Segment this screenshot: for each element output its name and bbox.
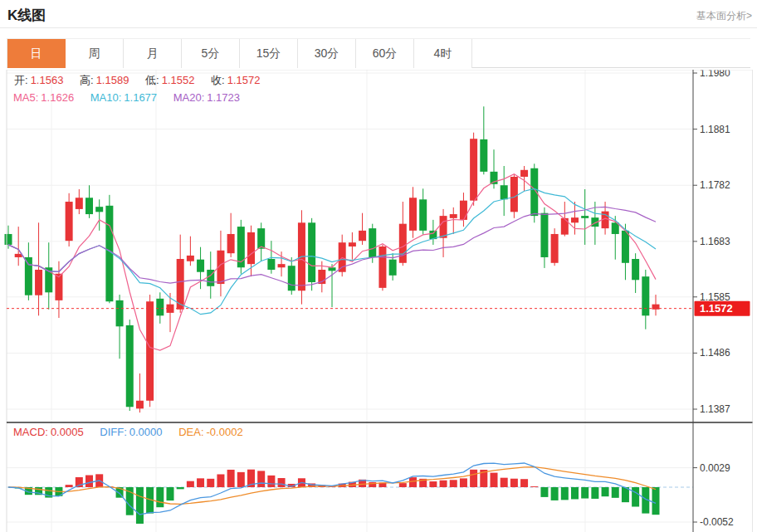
current-price-text: 1.1572	[700, 302, 733, 315]
macd-bar	[571, 487, 579, 499]
macd-bar	[491, 473, 498, 487]
candle	[5, 234, 12, 245]
candle	[116, 300, 124, 326]
title-divider	[0, 27, 757, 28]
kline-chart[interactable]: 1.19801.18811.17821.16831.15851.14861.13…	[0, 70, 757, 532]
macd-bar	[561, 487, 569, 500]
macd-bar	[207, 479, 214, 487]
candle	[480, 139, 487, 172]
candle	[581, 216, 589, 218]
tab-4时[interactable]: 4时	[414, 39, 472, 68]
candle	[95, 207, 103, 212]
macd-bar	[530, 486, 538, 487]
candle	[126, 325, 134, 407]
high-value: 1.1589	[96, 74, 129, 86]
candle	[278, 264, 286, 267]
candle	[470, 139, 477, 200]
macd-axis-label: 0.0029	[700, 462, 730, 474]
macd-bar	[136, 487, 144, 524]
macd-bar	[440, 481, 447, 487]
candle	[66, 202, 73, 241]
macd-bar	[237, 472, 245, 487]
dea-label: DEA:	[178, 426, 203, 438]
diff-value: 0.0000	[129, 426, 163, 438]
candle	[520, 170, 528, 177]
macd-bar	[267, 476, 275, 487]
candle	[76, 198, 83, 209]
candle	[409, 198, 417, 231]
candle	[257, 228, 265, 249]
macd-bar	[399, 483, 407, 487]
ma20-value: 1.1723	[207, 91, 240, 104]
ma5-label: MA5:	[13, 91, 38, 104]
candle	[551, 234, 559, 263]
candle	[501, 185, 508, 199]
ma5-value: 1.1626	[41, 91, 74, 104]
candle	[227, 234, 235, 253]
candle	[530, 168, 538, 216]
macd-bar	[187, 481, 194, 487]
macd-bar	[540, 487, 548, 497]
macd-axis-label: -0.0052	[700, 516, 734, 528]
macd-layer	[8, 463, 660, 524]
ma20-label: MA20:	[173, 91, 205, 104]
candle	[329, 267, 336, 271]
macd-bar	[581, 487, 589, 499]
macd-bar	[66, 485, 73, 487]
macd-bar	[156, 487, 164, 507]
fundamental-analysis-link[interactable]: 基本面分析>	[696, 9, 752, 23]
ma10-value: 1.1677	[124, 91, 157, 104]
macd-label: MACD:	[13, 426, 48, 438]
period-tabbar: 日周月5分15分30分60分4时	[7, 38, 750, 68]
price-axis-label: 1.1881	[700, 124, 730, 135]
macd-bar	[278, 478, 286, 487]
candle	[349, 242, 356, 246]
ma-readout: MA5:1.1626 MA10:1.1677 MA20:1.1723	[13, 91, 253, 104]
candle	[460, 201, 467, 220]
candle	[510, 177, 518, 212]
candle	[55, 274, 62, 300]
candle	[156, 299, 164, 315]
tab-周[interactable]: 周	[66, 39, 124, 68]
ohlc-readout: 开:1.1563 高:1.1589 低:1.1552 收:1.1572	[14, 73, 273, 88]
macd-bar	[217, 474, 224, 487]
macd-bar	[551, 487, 559, 500]
candle	[187, 256, 194, 261]
candle	[440, 216, 447, 238]
low-value: 1.1552	[162, 74, 195, 86]
candle	[642, 276, 649, 315]
tab-月[interactable]: 月	[124, 39, 182, 68]
macd-bar	[460, 478, 467, 487]
candle	[146, 301, 154, 401]
candle	[622, 231, 629, 263]
ma-lines-layer	[8, 174, 656, 350]
macd-bar	[510, 479, 518, 487]
macd-bar	[470, 470, 477, 487]
macd-bar	[197, 478, 204, 487]
tab-15分[interactable]: 15分	[240, 39, 298, 68]
candle	[540, 213, 548, 257]
candle	[632, 259, 639, 280]
page-title: K线图	[7, 6, 46, 25]
candle	[85, 198, 93, 214]
tab-60分[interactable]: 60分	[356, 39, 414, 68]
high-label: 高:	[80, 74, 94, 86]
macd-bar	[167, 487, 174, 500]
open-value: 1.1563	[31, 74, 64, 86]
candle	[399, 224, 407, 263]
candle	[389, 260, 397, 276]
macd-value: 0.0005	[51, 426, 84, 438]
macd-bar	[612, 487, 619, 498]
candle	[369, 228, 376, 257]
diff-label: DIFF:	[100, 426, 127, 438]
candle	[197, 260, 204, 272]
macd-bar	[591, 487, 598, 499]
tab-30分[interactable]: 30分	[298, 39, 356, 68]
candle	[136, 401, 144, 409]
candle	[15, 254, 22, 257]
tab-日[interactable]: 日	[7, 39, 66, 68]
candles-layer	[5, 106, 660, 412]
tab-5分[interactable]: 5分	[182, 39, 240, 68]
dea-value: -0.0002	[207, 426, 243, 438]
price-axis-label: 1.1782	[700, 179, 730, 191]
